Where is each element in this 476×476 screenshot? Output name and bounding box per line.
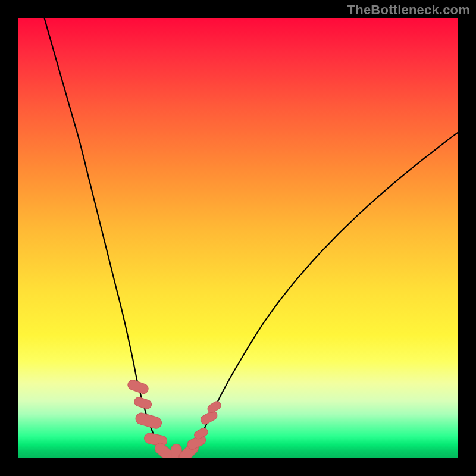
curve-marker <box>206 400 222 414</box>
bottleneck-markers <box>127 378 223 458</box>
curve-marker <box>127 378 150 394</box>
bottleneck-left-curve <box>44 18 167 455</box>
curve-layer <box>18 18 458 458</box>
plot-area <box>18 18 458 458</box>
curve-marker <box>133 396 153 410</box>
bottleneck-right-curve <box>185 132 458 455</box>
chart-frame: TheBottleneck.com <box>0 0 476 476</box>
curve-marker <box>134 412 163 430</box>
watermark-text: TheBottleneck.com <box>347 2 470 18</box>
